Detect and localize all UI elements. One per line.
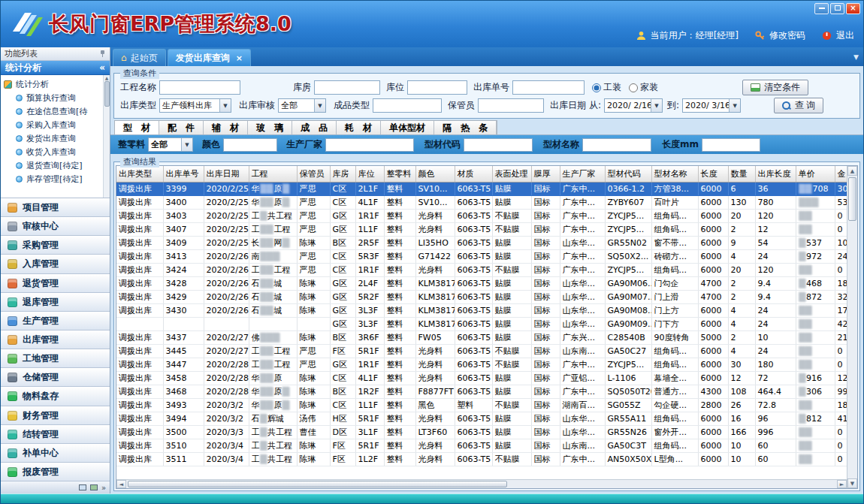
maximize-button[interactable] — [830, 3, 844, 14]
table-row[interactable]: 调拨出库34032020/2/25工▒共工程严思G区1R1F整料光身料6063-… — [116, 209, 847, 222]
date-from-picker[interactable]: 2020/ 2/16 ▼ — [604, 98, 663, 113]
order-no-input[interactable] — [512, 80, 585, 95]
close-button[interactable]: × — [846, 3, 860, 14]
pin-icon[interactable] — [99, 50, 106, 57]
material-tab[interactable]: 配 件 — [159, 121, 204, 134]
table-row[interactable]: 调拨出库34302020/2/26石▒▒城陈琳G区3L3F整料KLM381760… — [116, 303, 847, 317]
table-row[interactable]: 调拨出库34452020/2/27工▒▒工程严思F区5R1F整料光身料6063-… — [116, 344, 847, 358]
table-row[interactable]: 调拨出库34932020/3/2华▒▒原▒陈琳C区1L1F整料黑色塑料不贴膜国标… — [116, 398, 847, 412]
whole-part-select[interactable]: 全部 ▼ — [148, 137, 193, 152]
material-tab[interactable]: 辅 材 — [204, 121, 248, 134]
date-to-picker[interactable]: 2020/ 3/16 ▼ — [682, 98, 741, 113]
table-row[interactable]: 调拨出库34942020/3/2石▒辉城汤伟H区5R1F整料光身料6063-T5… — [116, 412, 847, 425]
outbound-type-select[interactable]: 生产领料出库 ▼ — [159, 98, 231, 113]
scroll-up-icon[interactable]: ▲ — [105, 75, 109, 80]
column-header[interactable]: 出库单号 — [163, 166, 204, 182]
profile-code-input[interactable] — [464, 138, 533, 152]
column-header[interactable]: 数量 — [728, 166, 755, 182]
chevron-down-icon[interactable]: ▼ — [651, 99, 662, 112]
tree-item[interactable]: 库存管理[待定] — [4, 172, 102, 186]
column-header[interactable]: 金 — [835, 166, 847, 182]
column-header[interactable]: 膜厚 — [531, 166, 560, 182]
scroll-down-icon[interactable]: ▼ — [847, 478, 857, 488]
sidebar-menu-item[interactable]: 项目管理 — [1, 198, 110, 217]
tab-close-icon[interactable]: × — [236, 53, 243, 63]
column-header[interactable]: 长度 — [698, 166, 728, 182]
tab-item[interactable]: 发货出库查询× — [168, 49, 251, 66]
sidebar-menu-item[interactable]: 退库管理 — [1, 293, 110, 312]
column-header[interactable]: 工程 — [249, 166, 297, 182]
table-row[interactable]: 调拨出库34002020/2/25华▒▒原▒严思C区4L1F整料SV10...6… — [116, 195, 847, 209]
table-row[interactable]: 调拨出库34372020/2/27佛▒▒▒陈琳B区3R6F整料FW056063-… — [116, 330, 847, 344]
gongzhuang-radio[interactable]: 工装 — [592, 81, 621, 94]
table-row[interactable]: 调拨出库34282020/2/26石▒▒城陈琳G区2L4F整料KLM381760… — [116, 276, 847, 290]
length-input[interactable] — [702, 138, 760, 152]
tree-item[interactable]: 预算执行查询 — [4, 91, 102, 104]
column-header[interactable]: 单价 — [796, 166, 835, 182]
computer-icon[interactable] — [79, 484, 86, 490]
jiazhuang-radio[interactable]: 家装 — [629, 81, 658, 94]
sidebar-group-statistics[interactable]: 统计分析 « — [1, 61, 110, 75]
column-header[interactable]: 颜色 — [415, 166, 455, 182]
table-row[interactable]: 调拨出库34072020/2/25工▒▒工程严思G区1L1F整料光身料6063-… — [116, 222, 847, 236]
table-row[interactable]: 调拨出库34132020/2/26南▒▒▒严思C区5R3F整料G71422606… — [116, 249, 847, 263]
scroll-up-icon[interactable]: ▲ — [847, 166, 857, 176]
table-row[interactable]: 调拨出库35102020/3/4工▒共工程陈琳F区5R1F整料光身料6063-T… — [116, 439, 847, 452]
material-tab[interactable]: 型 材 — [115, 121, 159, 134]
table-row[interactable]: 调拨出库34682020/2/28华▒▒原▒陈琳B区1R2F整料F8877FT6… — [116, 385, 847, 398]
table-row[interactable]: 调拨出库34582020/2/28华▒▒原陈琳C区4L1F整料光身料6063-T… — [116, 371, 847, 385]
table-row[interactable]: 调拨出库34242020/2/26工▒▒工程严思C区1R1F整料光身料6063-… — [116, 263, 847, 276]
tree-item[interactable]: 在途信息查询[待 — [4, 104, 102, 118]
tab-item[interactable]: ⌂起始页 — [113, 49, 166, 66]
tree-item[interactable]: 采购入库查询 — [4, 118, 102, 131]
outbound-audit-select[interactable]: 全部 ▼ — [278, 98, 326, 113]
sidebar-menu-item[interactable]: 工地管理 — [1, 349, 110, 368]
material-tab[interactable]: 隔 热 条 — [434, 121, 497, 134]
scroll-left-icon[interactable]: ◄ — [116, 480, 126, 488]
tree-scrollbar[interactable]: ▲ — [103, 75, 110, 198]
sidebar-menu-item[interactable]: 采购管理 — [1, 236, 110, 255]
table-row[interactable]: 调拨出库34472020/2/28工▒▒工程严思G区1R1F整料光身料6063-… — [116, 358, 847, 371]
manufacturer-input[interactable] — [325, 138, 414, 152]
material-tab[interactable]: 耗 材 — [337, 121, 381, 134]
overflow-chevrons-icon[interactable]: » — [101, 484, 106, 492]
sidebar-menu-item[interactable]: 报废管理 — [1, 463, 110, 481]
sidebar-menu-item[interactable]: 审核中心 — [1, 217, 110, 236]
horizontal-scroll-thumb[interactable] — [128, 481, 507, 487]
tree-item[interactable]: 收货入库查询 — [4, 145, 102, 158]
table-row[interactable]: 调拨出库33992020/2/25华▒▒原▒严思C区2L1F整料SV10...6… — [116, 182, 847, 195]
chevron-down-icon[interactable]: ▼ — [314, 99, 325, 112]
column-header[interactable]: 型材名称 — [651, 166, 698, 182]
sidebar-menu-item[interactable]: 补单中心 — [1, 444, 110, 463]
table-row[interactable]: 调拨出库34292020/2/26石▒▒城陈琳G区5R2F整料KLM381760… — [116, 290, 847, 303]
table-row[interactable]: 调拨出库35112020/3/4工▒共工程陈琳F区1L2F整料光身料6063-T… — [116, 452, 847, 466]
column-header[interactable]: 出库日期 — [204, 166, 249, 182]
tree-scroll-thumb[interactable] — [104, 81, 110, 107]
column-header[interactable]: 保管员 — [297, 166, 330, 182]
sidebar-menu-item[interactable]: 退货管理 — [1, 274, 110, 293]
table-row[interactable]: 调拨出库35002020/3/3工▒共工程曹佳D区3L1F整料LT3F60606… — [116, 425, 847, 439]
sidebar-menu-item[interactable]: 结转管理 — [1, 425, 110, 444]
column-header[interactable]: 材质 — [455, 166, 492, 182]
column-header[interactable]: 出库长度 — [755, 166, 796, 182]
chevron-down-icon[interactable]: ▼ — [219, 99, 231, 112]
change-password-link[interactable]: 修改密码 — [769, 29, 805, 42]
gongzhuang-radio-input[interactable] — [592, 83, 601, 92]
sidebar-menu-item[interactable]: 物料盘存 — [1, 387, 110, 406]
material-tab[interactable]: 玻 璃 — [248, 121, 292, 134]
color-input[interactable] — [223, 138, 277, 152]
tree-root-node[interactable]: 统计分析 — [4, 77, 102, 91]
column-header[interactable]: 出库类型 — [116, 166, 163, 182]
profile-name-input[interactable] — [582, 138, 651, 152]
sidebar-menu-item[interactable]: 生产管理 — [1, 312, 110, 330]
column-header[interactable]: 表面处理 — [492, 166, 531, 182]
chevron-down-icon[interactable]: ▼ — [729, 99, 740, 112]
tree-item[interactable]: 退货查询[待定] — [4, 158, 102, 172]
product-type-input[interactable] — [373, 98, 442, 113]
column-header[interactable]: 库房 — [330, 166, 355, 182]
sidebar-menu-item[interactable]: 出库管理 — [1, 330, 110, 349]
logout-link[interactable]: 退出 — [836, 29, 854, 42]
sidebar-menu-item[interactable]: 仓储管理 — [1, 368, 110, 387]
horizontal-scrollbar[interactable]: ◄ ► — [116, 479, 847, 488]
tab-list-chevron-icon[interactable]: ▼ — [853, 53, 859, 61]
